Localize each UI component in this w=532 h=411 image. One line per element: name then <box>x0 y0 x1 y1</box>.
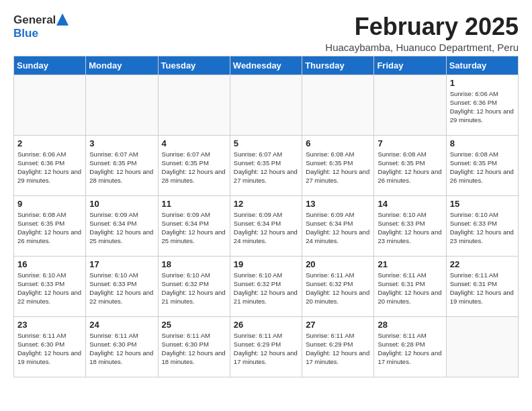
day-number: 23 <box>17 320 82 330</box>
calendar-title: February 2025 <box>325 13 519 40</box>
col-tuesday: Tuesday <box>158 56 230 75</box>
col-wednesday: Wednesday <box>230 56 302 75</box>
col-saturday: Saturday <box>446 56 518 75</box>
day-number: 14 <box>378 199 442 209</box>
day-number: 28 <box>378 320 442 330</box>
calendar-cell: 27Sunrise: 6:11 AM Sunset: 6:29 PM Dayli… <box>302 316 374 377</box>
calendar-cell <box>14 75 86 135</box>
day-number: 20 <box>306 259 370 269</box>
day-info: Sunrise: 6:09 AM Sunset: 6:34 PM Dayligh… <box>89 210 154 246</box>
day-number: 13 <box>306 199 370 209</box>
logo-icon <box>56 13 69 27</box>
day-number: 15 <box>450 199 515 209</box>
calendar-cell: 1Sunrise: 6:06 AM Sunset: 6:36 PM Daylig… <box>446 75 518 135</box>
day-number: 19 <box>234 259 298 269</box>
calendar-cell: 17Sunrise: 6:10 AM Sunset: 6:33 PM Dayli… <box>86 256 158 316</box>
col-thursday: Thursday <box>302 56 374 75</box>
calendar-cell <box>158 75 230 135</box>
day-info: Sunrise: 6:11 AM Sunset: 6:32 PM Dayligh… <box>306 271 370 306</box>
day-number: 26 <box>234 320 298 330</box>
day-info: Sunrise: 6:10 AM Sunset: 6:32 PM Dayligh… <box>234 271 298 306</box>
calendar-cell: 14Sunrise: 6:10 AM Sunset: 6:33 PM Dayli… <box>374 195 446 256</box>
day-info: Sunrise: 6:07 AM Sunset: 6:35 PM Dayligh… <box>89 150 154 185</box>
calendar-cell: 9Sunrise: 6:08 AM Sunset: 6:35 PM Daylig… <box>14 195 86 256</box>
calendar-week-0: 1Sunrise: 6:06 AM Sunset: 6:36 PM Daylig… <box>14 75 519 135</box>
day-info: Sunrise: 6:11 AM Sunset: 6:30 PM Dayligh… <box>89 331 154 367</box>
calendar-cell: 13Sunrise: 6:09 AM Sunset: 6:34 PM Dayli… <box>302 195 374 256</box>
calendar-cell: 3Sunrise: 6:07 AM Sunset: 6:35 PM Daylig… <box>86 135 158 195</box>
day-number: 7 <box>378 138 442 148</box>
col-sunday: Sunday <box>14 56 86 75</box>
header: General Blue February 2025 Huacaybamba, … <box>13 13 519 53</box>
day-info: Sunrise: 6:08 AM Sunset: 6:35 PM Dayligh… <box>450 150 515 185</box>
calendar-cell <box>374 75 446 135</box>
calendar-table: Sunday Monday Tuesday Wednesday Thursday… <box>13 56 519 377</box>
page: General Blue February 2025 Huacaybamba, … <box>0 0 532 384</box>
day-number: 1 <box>450 78 515 88</box>
day-info: Sunrise: 6:06 AM Sunset: 6:36 PM Dayligh… <box>450 89 515 125</box>
day-number: 27 <box>306 320 370 330</box>
calendar-cell: 24Sunrise: 6:11 AM Sunset: 6:30 PM Dayli… <box>86 316 158 377</box>
day-info: Sunrise: 6:10 AM Sunset: 6:33 PM Dayligh… <box>17 271 82 306</box>
calendar-cell: 16Sunrise: 6:10 AM Sunset: 6:33 PM Dayli… <box>14 256 86 316</box>
day-number: 10 <box>89 199 154 209</box>
day-info: Sunrise: 6:08 AM Sunset: 6:35 PM Dayligh… <box>378 150 442 185</box>
day-number: 6 <box>306 138 370 148</box>
calendar-cell: 5Sunrise: 6:07 AM Sunset: 6:35 PM Daylig… <box>230 135 302 195</box>
day-info: Sunrise: 6:10 AM Sunset: 6:33 PM Dayligh… <box>450 210 515 246</box>
calendar-cell <box>230 75 302 135</box>
calendar-cell: 19Sunrise: 6:10 AM Sunset: 6:32 PM Dayli… <box>230 256 302 316</box>
calendar-cell: 21Sunrise: 6:11 AM Sunset: 6:31 PM Dayli… <box>374 256 446 316</box>
day-info: Sunrise: 6:10 AM Sunset: 6:33 PM Dayligh… <box>89 271 154 306</box>
day-number: 12 <box>234 199 298 209</box>
calendar-cell: 8Sunrise: 6:08 AM Sunset: 6:35 PM Daylig… <box>446 135 518 195</box>
calendar-cell: 11Sunrise: 6:09 AM Sunset: 6:34 PM Dayli… <box>158 195 230 256</box>
day-number: 2 <box>17 138 82 148</box>
day-number: 17 <box>89 259 154 269</box>
calendar-week-2: 9Sunrise: 6:08 AM Sunset: 6:35 PM Daylig… <box>14 195 519 256</box>
calendar-cell: 20Sunrise: 6:11 AM Sunset: 6:32 PM Dayli… <box>302 256 374 316</box>
day-number: 4 <box>162 138 226 148</box>
day-info: Sunrise: 6:10 AM Sunset: 6:32 PM Dayligh… <box>162 271 226 306</box>
calendar-cell: 15Sunrise: 6:10 AM Sunset: 6:33 PM Dayli… <box>446 195 518 256</box>
day-number: 24 <box>89 320 154 330</box>
day-number: 21 <box>378 259 442 269</box>
day-info: Sunrise: 6:11 AM Sunset: 6:29 PM Dayligh… <box>234 331 298 367</box>
day-info: Sunrise: 6:11 AM Sunset: 6:30 PM Dayligh… <box>162 331 226 367</box>
day-number: 25 <box>162 320 226 330</box>
calendar-cell: 7Sunrise: 6:08 AM Sunset: 6:35 PM Daylig… <box>374 135 446 195</box>
calendar-cell: 22Sunrise: 6:11 AM Sunset: 6:31 PM Dayli… <box>446 256 518 316</box>
day-info: Sunrise: 6:09 AM Sunset: 6:34 PM Dayligh… <box>306 210 370 246</box>
calendar-cell: 10Sunrise: 6:09 AM Sunset: 6:34 PM Dayli… <box>86 195 158 256</box>
calendar-subtitle: Huacaybamba, Huanuco Department, Peru <box>325 42 519 53</box>
calendar-week-1: 2Sunrise: 6:06 AM Sunset: 6:36 PM Daylig… <box>14 135 519 195</box>
day-info: Sunrise: 6:08 AM Sunset: 6:35 PM Dayligh… <box>17 210 82 246</box>
col-monday: Monday <box>86 56 158 75</box>
day-info: Sunrise: 6:10 AM Sunset: 6:33 PM Dayligh… <box>378 210 442 246</box>
header-row: Sunday Monday Tuesday Wednesday Thursday… <box>14 56 519 75</box>
day-info: Sunrise: 6:09 AM Sunset: 6:34 PM Dayligh… <box>162 210 226 246</box>
calendar-cell <box>446 316 518 377</box>
logo-general: General <box>13 13 56 27</box>
col-friday: Friday <box>374 56 446 75</box>
logo-blue: Blue <box>13 27 38 40</box>
day-info: Sunrise: 6:09 AM Sunset: 6:34 PM Dayligh… <box>234 210 298 246</box>
day-info: Sunrise: 6:11 AM Sunset: 6:30 PM Dayligh… <box>17 331 82 367</box>
calendar-cell: 6Sunrise: 6:08 AM Sunset: 6:35 PM Daylig… <box>302 135 374 195</box>
day-info: Sunrise: 6:07 AM Sunset: 6:35 PM Dayligh… <box>234 150 298 185</box>
calendar-cell: 23Sunrise: 6:11 AM Sunset: 6:30 PM Dayli… <box>14 316 86 377</box>
calendar-cell: 18Sunrise: 6:10 AM Sunset: 6:32 PM Dayli… <box>158 256 230 316</box>
logo: General Blue <box>13 13 69 40</box>
day-number: 8 <box>450 138 515 148</box>
day-info: Sunrise: 6:11 AM Sunset: 6:28 PM Dayligh… <box>378 331 442 367</box>
day-number: 11 <box>162 199 226 209</box>
calendar-cell <box>86 75 158 135</box>
calendar-cell: 2Sunrise: 6:06 AM Sunset: 6:36 PM Daylig… <box>14 135 86 195</box>
calendar-cell: 25Sunrise: 6:11 AM Sunset: 6:30 PM Dayli… <box>158 316 230 377</box>
calendar-week-3: 16Sunrise: 6:10 AM Sunset: 6:33 PM Dayli… <box>14 256 519 316</box>
day-info: Sunrise: 6:11 AM Sunset: 6:29 PM Dayligh… <box>306 331 370 367</box>
calendar-cell: 12Sunrise: 6:09 AM Sunset: 6:34 PM Dayli… <box>230 195 302 256</box>
day-info: Sunrise: 6:07 AM Sunset: 6:35 PM Dayligh… <box>162 150 226 185</box>
day-number: 22 <box>450 259 515 269</box>
title-block: February 2025 Huacaybamba, Huanuco Depar… <box>325 13 519 53</box>
